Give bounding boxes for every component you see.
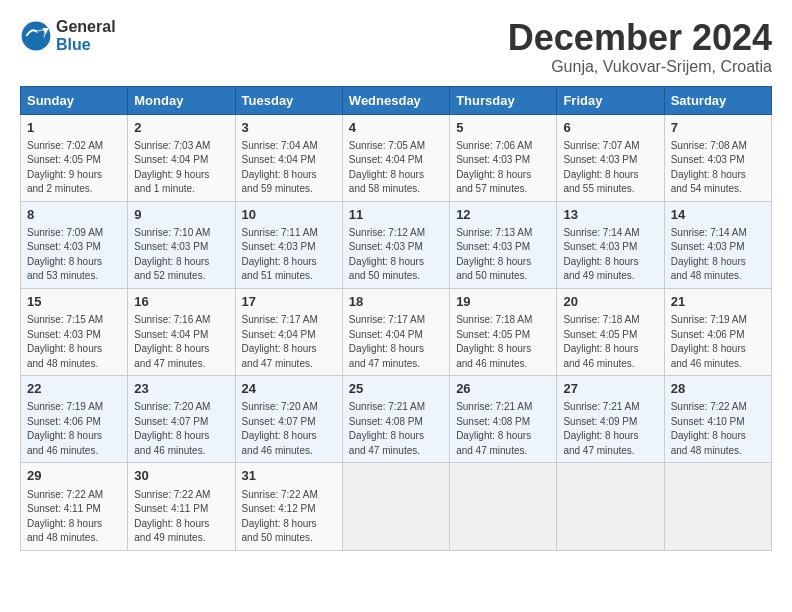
calendar-cell: 8Sunrise: 7:09 AMSunset: 4:03 PMDaylight… <box>21 201 128 288</box>
calendar-cell: 18Sunrise: 7:17 AMSunset: 4:04 PMDayligh… <box>342 288 449 375</box>
logo-general: General <box>56 18 116 36</box>
day-number: 11 <box>349 206 443 224</box>
calendar-cell: 26Sunrise: 7:21 AMSunset: 4:08 PMDayligh… <box>450 376 557 463</box>
calendar-page: General Blue December 2024 Gunja, Vukova… <box>0 0 792 561</box>
calendar-cell: 19Sunrise: 7:18 AMSunset: 4:05 PMDayligh… <box>450 288 557 375</box>
calendar-cell: 10Sunrise: 7:11 AMSunset: 4:03 PMDayligh… <box>235 201 342 288</box>
day-number: 7 <box>671 119 765 137</box>
title-block: December 2024 Gunja, Vukovar-Srijem, Cro… <box>508 18 772 76</box>
calendar-cell: 12Sunrise: 7:13 AMSunset: 4:03 PMDayligh… <box>450 201 557 288</box>
calendar-cell: 4Sunrise: 7:05 AMSunset: 4:04 PMDaylight… <box>342 114 449 201</box>
week-row-5: 29Sunrise: 7:22 AMSunset: 4:11 PMDayligh… <box>21 463 772 550</box>
calendar-cell: 7Sunrise: 7:08 AMSunset: 4:03 PMDaylight… <box>664 114 771 201</box>
day-number: 16 <box>134 293 228 311</box>
cell-content: Sunrise: 7:06 AMSunset: 4:03 PMDaylight:… <box>456 139 550 197</box>
day-number: 6 <box>563 119 657 137</box>
logo: General Blue <box>20 18 116 53</box>
day-number: 9 <box>134 206 228 224</box>
cell-content: Sunrise: 7:05 AMSunset: 4:04 PMDaylight:… <box>349 139 443 197</box>
day-number: 22 <box>27 380 121 398</box>
day-number: 26 <box>456 380 550 398</box>
cell-content: Sunrise: 7:21 AMSunset: 4:08 PMDaylight:… <box>349 400 443 458</box>
calendar-cell <box>450 463 557 550</box>
cell-content: Sunrise: 7:17 AMSunset: 4:04 PMDaylight:… <box>242 313 336 371</box>
calendar-cell: 16Sunrise: 7:16 AMSunset: 4:04 PMDayligh… <box>128 288 235 375</box>
weekday-header-wednesday: Wednesday <box>342 86 449 114</box>
day-number: 28 <box>671 380 765 398</box>
day-number: 10 <box>242 206 336 224</box>
calendar-cell: 1Sunrise: 7:02 AMSunset: 4:05 PMDaylight… <box>21 114 128 201</box>
cell-content: Sunrise: 7:20 AMSunset: 4:07 PMDaylight:… <box>242 400 336 458</box>
day-number: 18 <box>349 293 443 311</box>
day-number: 30 <box>134 467 228 485</box>
cell-content: Sunrise: 7:04 AMSunset: 4:04 PMDaylight:… <box>242 139 336 197</box>
day-number: 21 <box>671 293 765 311</box>
subtitle: Gunja, Vukovar-Srijem, Croatia <box>508 58 772 76</box>
day-number: 14 <box>671 206 765 224</box>
calendar-cell: 29Sunrise: 7:22 AMSunset: 4:11 PMDayligh… <box>21 463 128 550</box>
calendar-cell: 21Sunrise: 7:19 AMSunset: 4:06 PMDayligh… <box>664 288 771 375</box>
day-number: 2 <box>134 119 228 137</box>
day-number: 27 <box>563 380 657 398</box>
day-number: 31 <box>242 467 336 485</box>
calendar-cell: 15Sunrise: 7:15 AMSunset: 4:03 PMDayligh… <box>21 288 128 375</box>
day-number: 29 <box>27 467 121 485</box>
calendar-cell: 31Sunrise: 7:22 AMSunset: 4:12 PMDayligh… <box>235 463 342 550</box>
calendar-cell: 23Sunrise: 7:20 AMSunset: 4:07 PMDayligh… <box>128 376 235 463</box>
weekday-header-monday: Monday <box>128 86 235 114</box>
calendar-cell: 9Sunrise: 7:10 AMSunset: 4:03 PMDaylight… <box>128 201 235 288</box>
day-number: 8 <box>27 206 121 224</box>
calendar-cell: 14Sunrise: 7:14 AMSunset: 4:03 PMDayligh… <box>664 201 771 288</box>
week-row-2: 8Sunrise: 7:09 AMSunset: 4:03 PMDaylight… <box>21 201 772 288</box>
day-number: 4 <box>349 119 443 137</box>
cell-content: Sunrise: 7:11 AMSunset: 4:03 PMDaylight:… <box>242 226 336 284</box>
week-row-4: 22Sunrise: 7:19 AMSunset: 4:06 PMDayligh… <box>21 376 772 463</box>
calendar-cell: 20Sunrise: 7:18 AMSunset: 4:05 PMDayligh… <box>557 288 664 375</box>
cell-content: Sunrise: 7:14 AMSunset: 4:03 PMDaylight:… <box>671 226 765 284</box>
day-number: 24 <box>242 380 336 398</box>
day-number: 5 <box>456 119 550 137</box>
day-number: 12 <box>456 206 550 224</box>
calendar-cell <box>664 463 771 550</box>
calendar-cell: 24Sunrise: 7:20 AMSunset: 4:07 PMDayligh… <box>235 376 342 463</box>
cell-content: Sunrise: 7:22 AMSunset: 4:12 PMDaylight:… <box>242 488 336 546</box>
calendar-cell: 25Sunrise: 7:21 AMSunset: 4:08 PMDayligh… <box>342 376 449 463</box>
cell-content: Sunrise: 7:14 AMSunset: 4:03 PMDaylight:… <box>563 226 657 284</box>
main-title: December 2024 <box>508 18 772 58</box>
cell-content: Sunrise: 7:12 AMSunset: 4:03 PMDaylight:… <box>349 226 443 284</box>
weekday-header-thursday: Thursday <box>450 86 557 114</box>
logo-text: General Blue <box>56 18 116 53</box>
cell-content: Sunrise: 7:22 AMSunset: 4:11 PMDaylight:… <box>27 488 121 546</box>
day-number: 15 <box>27 293 121 311</box>
day-number: 25 <box>349 380 443 398</box>
cell-content: Sunrise: 7:19 AMSunset: 4:06 PMDaylight:… <box>27 400 121 458</box>
calendar-cell: 17Sunrise: 7:17 AMSunset: 4:04 PMDayligh… <box>235 288 342 375</box>
cell-content: Sunrise: 7:18 AMSunset: 4:05 PMDaylight:… <box>456 313 550 371</box>
cell-content: Sunrise: 7:09 AMSunset: 4:03 PMDaylight:… <box>27 226 121 284</box>
logo-blue: Blue <box>56 36 116 54</box>
calendar-cell: 3Sunrise: 7:04 AMSunset: 4:04 PMDaylight… <box>235 114 342 201</box>
calendar-cell: 27Sunrise: 7:21 AMSunset: 4:09 PMDayligh… <box>557 376 664 463</box>
cell-content: Sunrise: 7:03 AMSunset: 4:04 PMDaylight:… <box>134 139 228 197</box>
calendar-cell: 22Sunrise: 7:19 AMSunset: 4:06 PMDayligh… <box>21 376 128 463</box>
day-number: 1 <box>27 119 121 137</box>
cell-content: Sunrise: 7:10 AMSunset: 4:03 PMDaylight:… <box>134 226 228 284</box>
cell-content: Sunrise: 7:19 AMSunset: 4:06 PMDaylight:… <box>671 313 765 371</box>
cell-content: Sunrise: 7:17 AMSunset: 4:04 PMDaylight:… <box>349 313 443 371</box>
cell-content: Sunrise: 7:21 AMSunset: 4:09 PMDaylight:… <box>563 400 657 458</box>
cell-content: Sunrise: 7:07 AMSunset: 4:03 PMDaylight:… <box>563 139 657 197</box>
day-number: 20 <box>563 293 657 311</box>
calendar-cell: 2Sunrise: 7:03 AMSunset: 4:04 PMDaylight… <box>128 114 235 201</box>
cell-content: Sunrise: 7:18 AMSunset: 4:05 PMDaylight:… <box>563 313 657 371</box>
weekday-header-friday: Friday <box>557 86 664 114</box>
cell-content: Sunrise: 7:08 AMSunset: 4:03 PMDaylight:… <box>671 139 765 197</box>
day-number: 17 <box>242 293 336 311</box>
day-number: 3 <box>242 119 336 137</box>
cell-content: Sunrise: 7:15 AMSunset: 4:03 PMDaylight:… <box>27 313 121 371</box>
weekday-header-saturday: Saturday <box>664 86 771 114</box>
header: General Blue December 2024 Gunja, Vukova… <box>20 18 772 76</box>
day-number: 19 <box>456 293 550 311</box>
week-row-3: 15Sunrise: 7:15 AMSunset: 4:03 PMDayligh… <box>21 288 772 375</box>
weekday-header-sunday: Sunday <box>21 86 128 114</box>
calendar-cell: 30Sunrise: 7:22 AMSunset: 4:11 PMDayligh… <box>128 463 235 550</box>
